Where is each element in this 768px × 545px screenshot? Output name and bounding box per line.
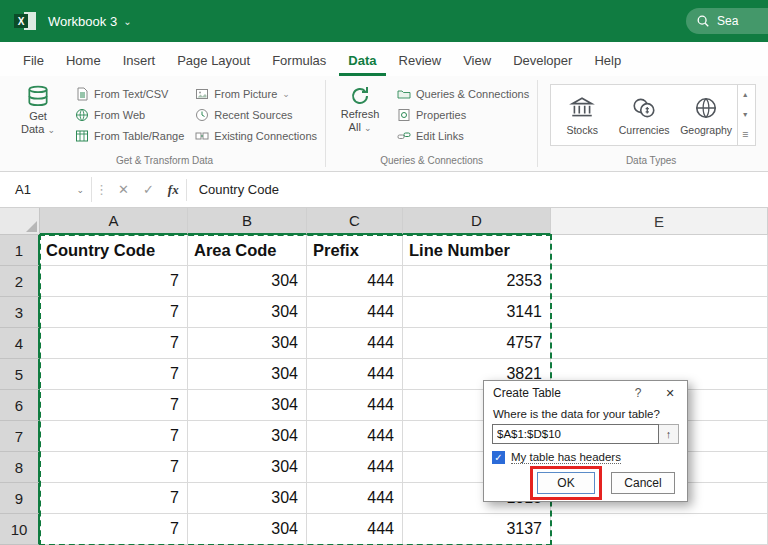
cell-A8[interactable]: 7 bbox=[40, 452, 188, 483]
range-picker-icon[interactable]: ↑ bbox=[659, 424, 679, 444]
table-headers-label[interactable]: My table has headers bbox=[511, 451, 621, 464]
gallery-down-icon[interactable]: ▼ bbox=[742, 111, 749, 118]
table-headers-checkbox[interactable]: ✓ bbox=[492, 451, 505, 464]
tab-help[interactable]: Help bbox=[585, 46, 630, 76]
column-header-E[interactable]: E bbox=[551, 208, 768, 235]
cell-C7[interactable]: 444 bbox=[307, 421, 403, 452]
table-range-input[interactable] bbox=[492, 424, 659, 444]
queries-connections-button[interactable]: Queries & Connections bbox=[396, 86, 529, 101]
cell-B9[interactable]: 304 bbox=[188, 483, 307, 514]
cell-D3[interactable]: 3141 bbox=[403, 297, 551, 328]
cell-C4[interactable]: 444 bbox=[307, 328, 403, 359]
tab-review[interactable]: Review bbox=[390, 46, 451, 76]
row-header-9[interactable]: 9 bbox=[0, 483, 40, 514]
cell-B10[interactable]: 304 bbox=[188, 514, 307, 545]
insert-function-icon[interactable]: fx bbox=[161, 182, 186, 198]
tab-home[interactable]: Home bbox=[57, 46, 110, 76]
column-header-D[interactable]: D bbox=[403, 208, 551, 235]
cell-D4[interactable]: 4757 bbox=[403, 328, 551, 359]
cell-D1[interactable]: Line Number bbox=[403, 235, 551, 266]
row-header-8[interactable]: 8 bbox=[0, 452, 40, 483]
cell-A4[interactable]: 7 bbox=[40, 328, 188, 359]
geography-button[interactable]: Geography bbox=[675, 85, 737, 145]
column-header-C[interactable]: C bbox=[307, 208, 403, 235]
cell-B4[interactable]: 304 bbox=[188, 328, 307, 359]
tab-view[interactable]: View bbox=[454, 46, 500, 76]
cell-A3[interactable]: 7 bbox=[40, 297, 188, 328]
help-icon[interactable]: ? bbox=[623, 386, 653, 400]
recent-sources-button[interactable]: Recent Sources bbox=[194, 107, 317, 122]
from-web-button[interactable]: From Web bbox=[74, 107, 184, 122]
close-icon[interactable]: ✕ bbox=[653, 381, 687, 405]
tab-file[interactable]: File bbox=[14, 46, 53, 76]
column-header-B[interactable]: B bbox=[188, 208, 307, 235]
cell-E10[interactable] bbox=[551, 514, 768, 545]
workbook-name[interactable]: Workbook 3 ⌄ bbox=[48, 14, 132, 29]
edit-links-button[interactable]: Edit Links bbox=[396, 128, 529, 143]
tab-data[interactable]: Data bbox=[339, 46, 385, 76]
row-header-1[interactable]: 1 bbox=[0, 235, 40, 266]
gallery-scroll[interactable]: ▲ ▼ ☰ bbox=[737, 85, 752, 145]
currencies-button[interactable]: Currencies bbox=[613, 85, 675, 145]
cell-A9[interactable]: 7 bbox=[40, 483, 188, 514]
confirm-entry-icon[interactable]: ✓ bbox=[136, 182, 161, 197]
from-text-csv-button[interactable]: From Text/CSV bbox=[74, 86, 184, 101]
gallery-more-icon[interactable]: ☰ bbox=[742, 131, 748, 139]
cell-A1[interactable]: Country Code bbox=[40, 235, 188, 266]
cell-B2[interactable]: 304 bbox=[188, 266, 307, 297]
row-header-4[interactable]: 4 bbox=[0, 328, 40, 359]
cell-D10[interactable]: 3137 bbox=[403, 514, 551, 545]
cell-B3[interactable]: 304 bbox=[188, 297, 307, 328]
formula-content[interactable]: Country Code bbox=[199, 182, 279, 197]
row-header-3[interactable]: 3 bbox=[0, 297, 40, 328]
cell-E2[interactable] bbox=[551, 266, 768, 297]
cell-C9[interactable]: 444 bbox=[307, 483, 403, 514]
search-box[interactable]: Sea bbox=[686, 8, 768, 34]
cancel-button[interactable]: Cancel bbox=[611, 472, 675, 494]
row-header-7[interactable]: 7 bbox=[0, 421, 40, 452]
cell-C6[interactable]: 444 bbox=[307, 390, 403, 421]
cell-C10[interactable]: 444 bbox=[307, 514, 403, 545]
column-header-A[interactable]: A bbox=[40, 208, 188, 235]
row-header-2[interactable]: 2 bbox=[0, 266, 40, 297]
tab-page-layout[interactable]: Page Layout bbox=[168, 46, 259, 76]
select-all-button[interactable] bbox=[0, 208, 40, 235]
tab-developer[interactable]: Developer bbox=[504, 46, 581, 76]
cell-B5[interactable]: 304 bbox=[188, 359, 307, 390]
cell-A7[interactable]: 7 bbox=[40, 421, 188, 452]
cell-A5[interactable]: 7 bbox=[40, 359, 188, 390]
cell-C3[interactable]: 444 bbox=[307, 297, 403, 328]
name-box[interactable]: A1 ⌄ bbox=[8, 177, 92, 202]
cancel-entry-icon[interactable]: ✕ bbox=[111, 182, 136, 197]
properties-button[interactable]: Properties bbox=[396, 107, 529, 122]
cell-E3[interactable] bbox=[551, 297, 768, 328]
from-table-range-button[interactable]: From Table/Range bbox=[74, 128, 184, 143]
cell-A10[interactable]: 7 bbox=[40, 514, 188, 545]
cell-E1[interactable] bbox=[551, 235, 768, 266]
row-header-5[interactable]: 5 bbox=[0, 359, 40, 390]
chevron-down-icon: ⌄ bbox=[282, 89, 290, 99]
ok-button[interactable]: OK bbox=[537, 472, 595, 494]
cell-C8[interactable]: 444 bbox=[307, 452, 403, 483]
stocks-button[interactable]: Stocks bbox=[551, 85, 613, 145]
from-picture-button[interactable]: From Picture ⌄ bbox=[194, 86, 317, 101]
refresh-all-button[interactable]: Refresh All ⌄ bbox=[334, 82, 386, 135]
cell-B8[interactable]: 304 bbox=[188, 452, 307, 483]
row-header-10[interactable]: 10 bbox=[0, 514, 40, 545]
tab-insert[interactable]: Insert bbox=[114, 46, 165, 76]
cell-B6[interactable]: 304 bbox=[188, 390, 307, 421]
cell-D2[interactable]: 2353 bbox=[403, 266, 551, 297]
get-data-button[interactable]: Get Data ⌄ bbox=[12, 82, 64, 137]
cell-A6[interactable]: 7 bbox=[40, 390, 188, 421]
row-header-6[interactable]: 6 bbox=[0, 390, 40, 421]
tab-formulas[interactable]: Formulas bbox=[263, 46, 335, 76]
cell-E4[interactable] bbox=[551, 328, 768, 359]
cell-C5[interactable]: 444 bbox=[307, 359, 403, 390]
cell-C2[interactable]: 444 bbox=[307, 266, 403, 297]
gallery-up-icon[interactable]: ▲ bbox=[742, 91, 749, 98]
cell-A2[interactable]: 7 bbox=[40, 266, 188, 297]
existing-connections-button[interactable]: Existing Connections bbox=[194, 128, 317, 143]
cell-B7[interactable]: 304 bbox=[188, 421, 307, 452]
cell-C1[interactable]: Prefix bbox=[307, 235, 403, 266]
cell-B1[interactable]: Area Code bbox=[188, 235, 307, 266]
